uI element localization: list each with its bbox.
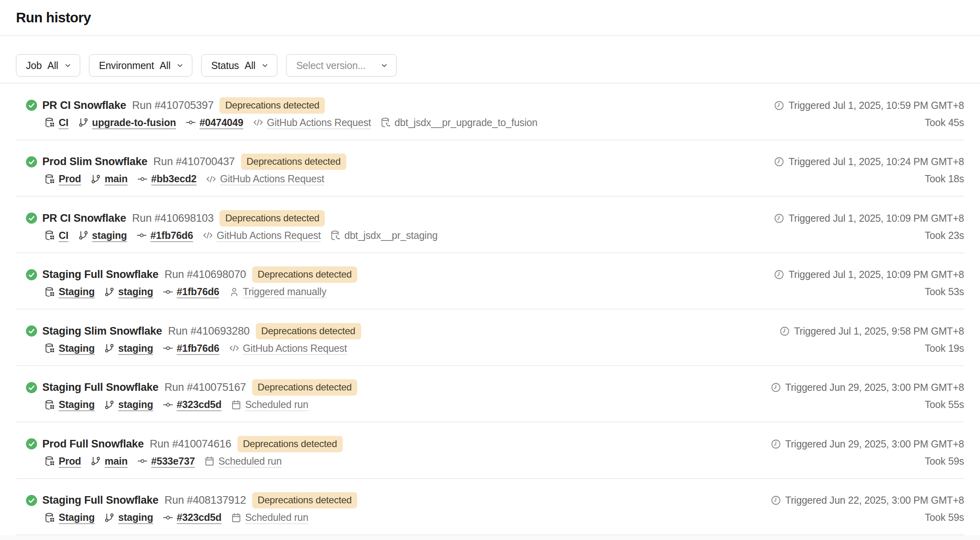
run-row[interactable]: Staging Slim Snowflake Run #410693280 De… <box>16 309 964 366</box>
trigger-label[interactable]: GitHub Actions Request <box>217 230 321 241</box>
commit-link[interactable]: #bb3ecd2 <box>151 173 197 185</box>
commit-link[interactable]: #323cd5d <box>177 512 221 523</box>
git-commit-icon <box>137 456 148 466</box>
run-job-name: Staging Full Snowflake <box>42 381 158 394</box>
status-filter-dropdown[interactable]: Status All <box>201 54 277 77</box>
clock-icon <box>771 495 781 506</box>
branch-link[interactable]: staging <box>118 512 153 523</box>
git-branch-icon <box>78 230 89 240</box>
run-side: Triggered Jun 22, 2025, 3:00 PM GMT+8 To… <box>771 479 964 535</box>
run-number: Run #410693280 <box>168 325 249 337</box>
git-branch-icon <box>78 117 89 128</box>
environment-link[interactable]: Staging <box>59 286 95 298</box>
run-row[interactable]: Staging Full Snowflake Run #408137912 De… <box>16 479 964 536</box>
environment-link[interactable]: Staging <box>59 343 95 354</box>
branch-item: staging <box>78 230 127 241</box>
job-filter-dropdown[interactable]: Job All <box>16 54 80 77</box>
deprecations-badge: Deprecations detected <box>219 97 325 114</box>
environment-link[interactable]: CI <box>59 117 69 128</box>
run-main: Prod Full Snowflake Run #410074616 Depre… <box>42 422 771 478</box>
branch-link[interactable]: main <box>105 173 128 185</box>
run-title-line: PR CI Snowflake Run #410698103 Deprecati… <box>42 211 774 226</box>
run-row[interactable]: Staging Full Snowflake Run #410075167 De… <box>16 366 964 423</box>
run-row[interactable]: PR CI Snowflake Run #410705397 Deprecati… <box>16 84 964 140</box>
run-title-line: Prod Slim Snowflake Run #410700437 Depre… <box>42 154 774 169</box>
trigger-label[interactable]: GitHub Actions Request <box>220 173 324 185</box>
status-filter-label: Status <box>211 60 239 71</box>
run-row[interactable]: PR CI Snowflake Run #410698103 Deprecati… <box>16 197 964 253</box>
git-branch-icon <box>104 343 115 353</box>
trigger-item: GitHub Actions Request <box>203 230 321 241</box>
trigger-label[interactable]: GitHub Actions Request <box>267 117 371 128</box>
environment-link[interactable]: Staging <box>59 512 95 523</box>
triggered-line: Triggered Jun 29, 2025, 3:00 PM GMT+8 <box>771 436 964 451</box>
branch-link[interactable]: staging <box>118 286 153 298</box>
trigger-item: Scheduled run <box>231 512 308 523</box>
run-title-line: Staging Full Snowflake Run #410698070 De… <box>42 267 774 282</box>
run-main: Prod Slim Snowflake Run #410700437 Depre… <box>42 140 774 196</box>
run-success-icon <box>26 382 38 394</box>
branch-item: staging <box>104 343 153 354</box>
trigger-label[interactable]: Scheduled run <box>245 399 308 410</box>
run-row[interactable]: Prod Slim Snowflake Run #410700437 Depre… <box>16 140 964 197</box>
deprecations-badge: Deprecations detected <box>237 436 343 452</box>
clock-icon <box>771 439 781 449</box>
code-icon <box>206 174 216 184</box>
environment-filter-dropdown[interactable]: Environment All <box>89 54 192 77</box>
commit-link[interactable]: #1fb76d6 <box>150 230 193 241</box>
trigger-label[interactable]: Scheduled run <box>218 455 282 467</box>
branch-link[interactable]: staging <box>118 343 153 354</box>
environment-link[interactable]: Staging <box>59 399 95 410</box>
run-number: Run #410074616 <box>150 438 231 450</box>
run-row[interactable]: Staging Full Snowflake Run #410698070 De… <box>16 253 964 310</box>
environment-database-icon <box>45 400 55 410</box>
branch-link[interactable]: main <box>105 455 128 467</box>
triggered-line: Triggered Jun 22, 2025, 3:00 PM GMT+8 <box>771 493 964 508</box>
environment-link[interactable]: Prod <box>59 173 81 185</box>
commit-link[interactable]: #1fb76d6 <box>177 343 219 354</box>
run-success-icon <box>26 212 38 224</box>
run-row[interactable]: Prod Full Snowflake Run #410074616 Depre… <box>16 422 964 479</box>
branch-link[interactable]: staging <box>92 230 127 241</box>
commit-item: #323cd5d <box>163 399 221 410</box>
environment-link[interactable]: CI <box>59 230 69 241</box>
environment-item: Prod <box>45 173 81 185</box>
commit-link[interactable]: #533e737 <box>151 455 195 467</box>
triggered-line: Triggered Jul 1, 2025, 10:24 PM GMT+8 <box>774 154 964 169</box>
run-list: PR CI Snowflake Run #410705397 Deprecati… <box>0 84 980 535</box>
triggered-line: Triggered Jun 29, 2025, 3:00 PM GMT+8 <box>771 380 964 395</box>
commit-item: #bb3ecd2 <box>137 173 197 185</box>
branch-item: staging <box>104 399 153 410</box>
run-success-icon <box>26 325 38 337</box>
trigger-label[interactable]: GitHub Actions Request <box>243 343 347 354</box>
branch-item: main <box>91 455 128 467</box>
run-side: Triggered Jul 1, 2025, 10:09 PM GMT+8 To… <box>774 197 964 252</box>
run-number: Run #410698103 <box>132 212 213 225</box>
triggered-at: Triggered Jul 1, 2025, 10:09 PM GMT+8 <box>788 269 964 280</box>
environment-item: Prod <box>45 455 81 467</box>
run-meta-line: Prod main <box>45 454 771 468</box>
git-commit-icon <box>163 512 173 523</box>
run-meta-line: CI upgrade-to-fusion <box>45 115 774 130</box>
commit-link[interactable]: #1fb76d6 <box>177 286 219 298</box>
branch-link[interactable]: upgrade-to-fusion <box>92 117 176 128</box>
calendar-icon <box>231 512 241 523</box>
schema-name: dbt_jsdx__pr_staging <box>344 230 438 241</box>
commit-link[interactable]: #323cd5d <box>177 399 221 410</box>
duration-line: Took 59s <box>925 510 964 525</box>
run-meta-line: CI staging <box>45 228 774 242</box>
deprecations-badge: Deprecations detected <box>252 266 358 283</box>
environment-link[interactable]: Prod <box>59 455 81 467</box>
trigger-label[interactable]: Triggered manually <box>243 286 326 298</box>
trigger-item: Scheduled run <box>231 399 308 410</box>
page-title: Run history <box>16 10 91 26</box>
branch-link[interactable]: staging <box>118 399 153 410</box>
run-side: Triggered Jul 1, 2025, 10:09 PM GMT+8 To… <box>774 253 964 309</box>
duration-line: Took 45s <box>925 115 964 130</box>
commit-link[interactable]: #0474049 <box>200 117 243 128</box>
version-filter-dropdown[interactable]: Select version... <box>286 54 396 77</box>
run-meta-line: Staging staging <box>45 285 774 299</box>
trigger-label[interactable]: Scheduled run <box>245 512 308 523</box>
environment-database-icon <box>45 117 55 128</box>
triggered-line: Triggered Jul 1, 2025, 10:59 PM GMT+8 <box>774 98 964 113</box>
